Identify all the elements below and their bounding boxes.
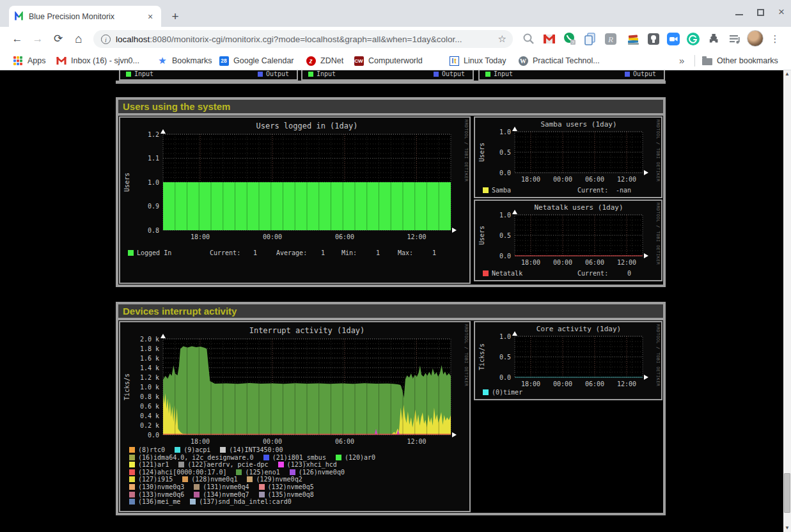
window-close-icon[interactable]: × bbox=[778, 8, 785, 17]
legend-text: Max: bbox=[398, 249, 413, 256]
scrollbar-up-icon[interactable]: ▲ bbox=[783, 70, 791, 78]
partial-graph-box[interactable]: Input Output bbox=[478, 70, 665, 81]
grammarly-extension-icon[interactable] bbox=[685, 31, 701, 47]
new-tab-button[interactable]: + bbox=[168, 9, 183, 24]
bookmarks-overflow-chevron[interactable]: » bbox=[679, 51, 684, 70]
partial-graph-box[interactable]: Input Output bbox=[119, 70, 298, 81]
x-tick-label: 12:00 bbox=[617, 176, 636, 183]
vertical-scrollbar[interactable]: ▲ ▼ bbox=[783, 70, 791, 532]
window-maximize-icon[interactable] bbox=[757, 9, 764, 16]
x-tick-label: 12:00 bbox=[407, 233, 426, 240]
lamp-extension-icon[interactable] bbox=[646, 31, 661, 47]
bookmarks-bar: Apps Inbox (16) - sjvn0... ★ Bookmarks 2… bbox=[0, 51, 791, 70]
chart-title: Users logged in (1day) bbox=[256, 121, 358, 130]
scrollbar-down-icon[interactable]: ▼ bbox=[783, 524, 791, 532]
browser-menu-icon[interactable]: ⋮ bbox=[769, 31, 781, 47]
playlist-extension-icon[interactable] bbox=[727, 31, 742, 47]
window-minimize-icon[interactable] bbox=[735, 14, 743, 15]
legend-item: (131)nvme0q4 bbox=[194, 483, 249, 490]
voice-extension-icon[interactable]: ? bbox=[562, 31, 577, 47]
y-axis-label: Users bbox=[123, 173, 130, 192]
bookmark-linux-today[interactable]: lt Linux Today bbox=[449, 51, 506, 70]
legend-output: Output bbox=[258, 70, 289, 77]
r-script-extension-icon[interactable]: R bbox=[603, 31, 618, 47]
books-stack-extension-icon[interactable] bbox=[625, 31, 641, 47]
graph-users-logged-in[interactable]: RRDTOOL / TOBI OETIKER Users logged in (… bbox=[119, 116, 471, 284]
bookmark-inbox[interactable]: Inbox (16) - sjvn0... bbox=[56, 51, 139, 70]
chart-canvas: Netatalk users (1day)1.00.50.018:0000:00… bbox=[475, 201, 661, 280]
y-tick-label: 0.2 k bbox=[140, 422, 159, 429]
graph-interrupt-activity[interactable]: RRDTOOL / TOBI OETIKER Interrupt activit… bbox=[119, 321, 471, 512]
y-tick-label: 2.0 k bbox=[140, 336, 159, 343]
url-text[interactable]: localhost:8080/monitorix-cgi/monitorix.c… bbox=[116, 35, 462, 44]
legend-item: (129)nvme0q2 bbox=[247, 476, 302, 483]
back-button[interactable]: ← bbox=[8, 30, 26, 48]
profile-avatar[interactable] bbox=[747, 30, 764, 47]
bookmark-practical-technology[interactable]: W Practical Technol... bbox=[518, 51, 600, 70]
legend-text: Samba bbox=[483, 187, 511, 194]
legend-output: Output bbox=[625, 70, 656, 77]
bookmark-zdnet[interactable]: z ZDNet bbox=[306, 51, 343, 70]
partial-graph-box[interactable]: Input Output bbox=[301, 70, 474, 81]
legend-item: (136)mei_me bbox=[129, 498, 180, 505]
legend-text: (0)timer bbox=[483, 389, 522, 396]
y-tick-label: 0.8 k bbox=[140, 393, 159, 400]
x-tick-label: 18:00 bbox=[521, 380, 540, 387]
legend-item: (9)acpi bbox=[175, 446, 210, 453]
zdnet-icon: z bbox=[306, 56, 316, 66]
legend-item: (126)nvme0q0 bbox=[290, 469, 345, 476]
y-tick-label: 0.5 bbox=[499, 232, 511, 239]
y-tick-label: 0.5 bbox=[499, 354, 511, 361]
bookmark-star-icon[interactable]: ☆ bbox=[498, 33, 506, 45]
interrupt-legend-row: (16)idma64.0, i2c_designware.0(21)i801_s… bbox=[129, 454, 385, 461]
tab-close-icon[interactable]: × bbox=[145, 11, 156, 22]
graph-samba-users[interactable]: RRDTOOL / TOBI OETIKER Samba users (1day… bbox=[474, 116, 662, 198]
forward-button[interactable]: → bbox=[29, 30, 47, 48]
copy-pages-extension-icon[interactable] bbox=[583, 31, 598, 47]
section-interrupts: Devices interrupt activity RRDTOOL / TOB… bbox=[116, 302, 666, 515]
address-bar[interactable]: i localhost:8080/monitorix-cgi/monitorix… bbox=[93, 30, 513, 48]
x-tick-label: 06:00 bbox=[585, 259, 604, 266]
y-tick-label: 0.4 k bbox=[140, 412, 159, 419]
chart-canvas: Users logged in (1day)1.21.11.00.90.818:… bbox=[120, 118, 469, 283]
monitorix-favicon bbox=[14, 12, 24, 21]
graph-netatalk-users[interactable]: RRDTOOL / TOBI OETIKER Netatalk users (1… bbox=[474, 199, 662, 281]
chart-title: Interrupt activity (1day) bbox=[249, 326, 365, 335]
bookmark-apps[interactable]: Apps bbox=[13, 51, 46, 70]
legend-item: (135)nvme0q8 bbox=[259, 491, 314, 498]
page-info-icon[interactable]: i bbox=[101, 35, 111, 44]
interrupt-legend-row: (124)ahci[0000:00:17.0](125)eno1(126)nvm… bbox=[129, 469, 354, 476]
zoom-extension-icon[interactable] bbox=[666, 31, 681, 47]
x-tick-label: 06:00 bbox=[585, 380, 604, 387]
legend-item: (137)snd_hda_intel:card0 bbox=[190, 498, 292, 505]
legend-item: (134)nvme0q7 bbox=[194, 491, 249, 498]
wordpress-icon: W bbox=[518, 56, 528, 66]
svg-text:?: ? bbox=[572, 40, 574, 45]
gmail-extension-icon[interactable] bbox=[542, 31, 557, 47]
legend-text: 0 bbox=[603, 270, 631, 277]
x-tick-label: 00:00 bbox=[553, 380, 572, 387]
y-tick-label: 0.0 bbox=[148, 432, 159, 439]
browser-tab[interactable]: Blue Precision Monitorix × bbox=[9, 6, 161, 27]
bookmark-google-calendar[interactable]: 28 Google Calendar bbox=[219, 51, 294, 70]
other-bookmarks-button[interactable]: Other bookmarks bbox=[702, 51, 778, 70]
home-button[interactable]: ⌂ bbox=[70, 30, 88, 48]
reload-button[interactable]: ⟳ bbox=[49, 30, 67, 48]
graph-core-activity[interactable]: RRDTOOL / TOBI OETIKER Core activity (1d… bbox=[474, 321, 662, 400]
legend-text: -nan bbox=[603, 187, 631, 194]
legend-item: (8)rtc0 bbox=[129, 446, 165, 453]
y-tick-label: 0.0 bbox=[499, 253, 511, 260]
bookmark-computerworld[interactable]: CW Computerworld bbox=[354, 51, 423, 70]
page-content: Input Output Input Output Input Output U… bbox=[0, 70, 783, 532]
y-axis-label: Ticks/s bbox=[478, 343, 485, 370]
legend-text: 1 bbox=[308, 249, 325, 256]
apps-grid-icon bbox=[13, 56, 23, 66]
y-tick-label: 0.8 bbox=[148, 227, 159, 234]
legend-item: (130)nvme0q3 bbox=[129, 483, 184, 490]
bookmark-bookmarks[interactable]: ★ Bookmarks bbox=[157, 51, 212, 70]
blue-star-icon: ★ bbox=[157, 56, 168, 66]
search-extension-icon[interactable] bbox=[521, 31, 536, 47]
x-tick-label: 00:00 bbox=[263, 233, 282, 240]
scrollbar-thumb[interactable] bbox=[784, 473, 790, 513]
extensions-puzzle-icon[interactable] bbox=[706, 31, 721, 47]
